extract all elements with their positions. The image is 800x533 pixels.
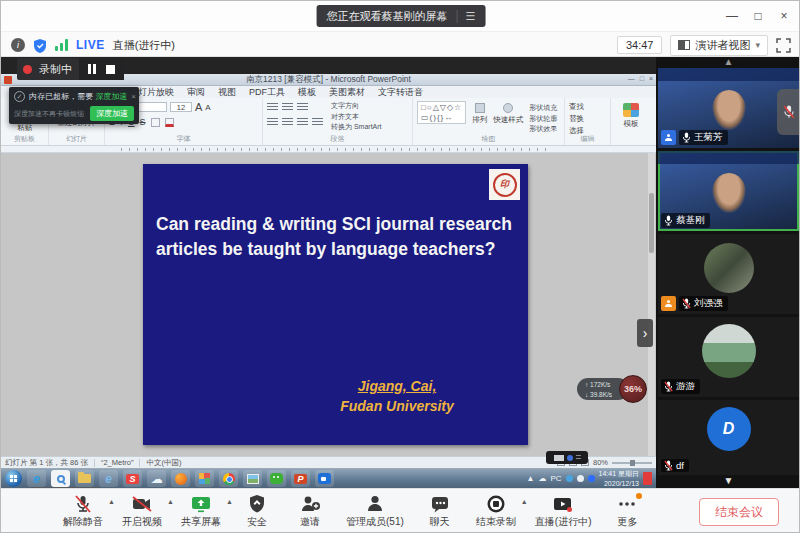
participant-tile[interactable]: 游游	[658, 317, 799, 397]
end-meeting-button[interactable]: 结束会议	[699, 498, 779, 526]
mic-options-caret[interactable]: ▲	[108, 498, 115, 505]
hamburger-icon[interactable]: ☰	[457, 10, 476, 23]
arrange-button[interactable]: 排列	[472, 101, 487, 125]
scroll-down-button[interactable]: ▼	[656, 476, 800, 486]
info-icon[interactable]: i	[11, 38, 25, 52]
tray-cloud-icon[interactable]: ☁	[538, 474, 546, 483]
participant-tile-active-speaker[interactable]: 蔡基刚	[658, 151, 799, 231]
video-options-caret[interactable]: ▲	[167, 498, 174, 505]
align-center-icon[interactable]	[282, 118, 293, 127]
menu-pdf-tools[interactable]: PDF工具	[249, 86, 285, 99]
fullscreen-icon[interactable]	[776, 38, 791, 53]
shape-fill-button[interactable]: 形状填充	[529, 103, 557, 114]
taskbar-wechat-icon[interactable]	[267, 470, 286, 487]
shape-effects-button[interactable]: 形状效果	[529, 124, 557, 135]
maximize-button[interactable]: □	[745, 1, 771, 31]
participant-tile[interactable]: 刘强强	[658, 234, 799, 314]
menu-view[interactable]: 视图	[218, 86, 236, 99]
align-left-icon[interactable]	[267, 118, 278, 127]
speed-monitor-widget[interactable]: ↑ 172K/s ↓ 39.8K/s 36%	[577, 375, 649, 405]
participant-tile[interactable]: D df	[658, 400, 799, 475]
menu-template[interactable]: 模板	[298, 86, 316, 99]
justify-icon[interactable]	[312, 118, 323, 127]
menu-tts[interactable]: 文字转语音	[378, 86, 423, 99]
tray-app-icon[interactable]	[566, 475, 573, 482]
taskbar-folder-icon[interactable]	[75, 470, 94, 487]
font-color-button[interactable]	[165, 118, 174, 127]
stop-recording-button[interactable]: 结束录制 ▲	[476, 493, 516, 529]
tray-clock[interactable]: 14:41 星期日 2020/12/13	[599, 469, 639, 487]
floating-mic-handle[interactable]	[777, 89, 800, 135]
start-video-button[interactable]: 开启视频 ▲	[122, 493, 162, 529]
acceleration-ball[interactable]: 36%	[619, 375, 647, 403]
taskbar-meeting-icon[interactable]	[315, 470, 334, 487]
taskbar-browser-icon[interactable]: e	[99, 470, 118, 487]
text-direction-button[interactable]: 文字方向	[331, 101, 382, 112]
security-button[interactable]: 安全	[240, 493, 274, 529]
align-right-icon[interactable]	[297, 118, 308, 127]
stop-recording-button[interactable]	[106, 65, 115, 74]
ppt-minimize-button[interactable]: —	[628, 75, 635, 82]
taskbar-ie-icon[interactable]: e	[27, 470, 46, 487]
recording-options-caret[interactable]: ▲	[521, 498, 528, 505]
font-size-select[interactable]: 12	[170, 102, 192, 112]
live-streaming-button[interactable]: 直播(进行中)	[535, 493, 592, 529]
minimize-button[interactable]: —	[719, 1, 745, 31]
taskbar-tiles-icon[interactable]	[195, 470, 214, 487]
shapes-gallery[interactable]: □○△▽◇☆ ▭(){}↔	[417, 101, 466, 124]
language-indicator[interactable]: 中文(中国)	[146, 458, 181, 468]
close-button[interactable]: ×	[771, 1, 797, 31]
replace-button[interactable]: 替换	[569, 113, 606, 125]
unmute-button[interactable]: 解除静音 ▲	[63, 493, 103, 529]
align-text-button[interactable]: 对齐文本	[331, 112, 382, 123]
reaction-quickbar[interactable]: ☺ ‹	[21, 487, 109, 488]
taskbar-firefox-icon[interactable]	[171, 470, 190, 487]
accelerate-link[interactable]: 深度加速	[95, 92, 127, 101]
ppt-close-button[interactable]: ×	[649, 75, 653, 82]
smartart-button[interactable]: 转换为 SmartArt	[331, 122, 382, 133]
grow-font-button[interactable]: A	[195, 101, 202, 113]
watching-banner[interactable]: 您正在观看蔡基刚的屏幕 ☰	[317, 5, 486, 27]
pause-recording-button[interactable]	[88, 64, 96, 74]
tray-volume-icon[interactable]	[577, 475, 584, 482]
shape-outline-button[interactable]: 形状轮廓	[529, 114, 557, 125]
template-button[interactable]: 模板	[615, 101, 647, 129]
share-options-caret[interactable]: ▲	[226, 498, 233, 505]
start-button[interactable]	[5, 470, 22, 487]
indent-icon[interactable]	[297, 103, 308, 112]
expand-panel-button[interactable]: ›	[637, 319, 653, 347]
taskbar-search-icon[interactable]	[51, 470, 70, 487]
scroll-up-button[interactable]: ▲	[656, 57, 800, 67]
text-shadow-button[interactable]	[151, 118, 160, 127]
taskbar-photos-icon[interactable]	[243, 470, 262, 487]
tray-pc-label[interactable]: PC	[550, 474, 561, 483]
share-screen-button[interactable]: 共享屏幕 ▲	[181, 493, 221, 529]
menu-review[interactable]: 审阅	[187, 86, 205, 99]
tray-ime-icon[interactable]	[588, 475, 595, 482]
invite-button[interactable]: 邀请	[293, 493, 327, 529]
taskbar-sogou-icon[interactable]: S	[123, 470, 142, 487]
taskbar-powerpoint-icon[interactable]: P	[291, 470, 310, 487]
zoom-slider[interactable]	[612, 462, 652, 464]
accelerate-button[interactable]: 深度加速	[90, 106, 134, 121]
taskbar-chrome-icon[interactable]	[219, 470, 238, 487]
tray-calendar-badge-icon[interactable]	[643, 472, 652, 485]
find-button[interactable]: 查找	[569, 101, 606, 113]
tray-expand-icon[interactable]: ▲	[526, 474, 534, 483]
popup-close-icon[interactable]: ×	[131, 92, 136, 101]
ppt-maximize-button[interactable]: □	[640, 75, 644, 82]
bullets-icon[interactable]	[267, 103, 278, 112]
shrink-font-button[interactable]: A	[205, 103, 210, 112]
more-button[interactable]: 更多	[610, 493, 644, 529]
quick-styles-button[interactable]: 快速样式	[493, 101, 523, 125]
ribbon-drawing-group: □○△▽◇☆ ▭(){}↔ 排列 快速样式 形状填充 形状轮廓 形状效果 绘图	[413, 98, 565, 145]
manage-members-button[interactable]: 管理成员(51)	[346, 493, 404, 529]
menu-assets[interactable]: 美图素材	[329, 86, 365, 99]
presenter-remote-widget[interactable]	[546, 451, 588, 464]
canvas-scrollbar[interactable]	[648, 153, 655, 456]
view-mode-button[interactable]: 演讲者视图 ▾	[670, 35, 768, 56]
taskbar-cloud-icon[interactable]: ☁	[147, 470, 166, 487]
strikethrough-button[interactable]: S	[140, 117, 146, 127]
chat-button[interactable]: 聊天	[423, 493, 457, 529]
numbering-icon[interactable]	[282, 103, 293, 112]
